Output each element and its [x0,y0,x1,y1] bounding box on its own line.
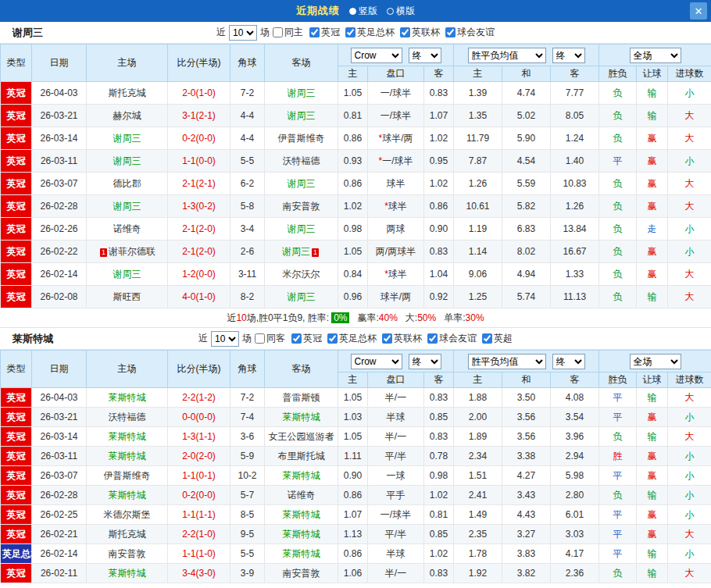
asian-away-odds: 1.04 [424,263,454,286]
league-checkbox[interactable]: 英冠 [309,26,340,39]
away-team: 谢周三 [265,286,338,308]
summary-text: 近 [227,312,236,325]
fulltime-select[interactable]: 全场 [630,354,681,369]
handicap-result-cell: 赢 [637,263,668,286]
asian-away-odds: 0.83 [424,241,454,263]
page-title: 近期战绩 [296,4,340,18]
radio-vertical-layout[interactable]: 竖版 [349,5,377,18]
checkbox[interactable] [327,333,338,344]
asian-home-odds: 0.90 [338,466,368,486]
result-cell: 胜 [599,447,637,466]
asian-away-odds: 0.83 [424,564,454,583]
handicap-result-cell: 赢 [637,150,668,173]
match-score: 2-1(2-0) [168,241,230,263]
odds-company-select[interactable]: Crow [351,354,402,369]
fulltime-select[interactable]: 全场 [630,48,681,63]
asian-home-odds: 0.86 [338,544,368,564]
league-type-badge: 英冠 [1,127,32,150]
euro-draw-odds: 3.56 [502,408,551,427]
result-cell: 负 [599,564,637,583]
subcol-goals: 进球数 [668,372,711,388]
away-team: 莱斯特城 [265,466,338,486]
odds-company-select[interactable]: Crow [351,48,402,63]
away-team: 南安普敦 [265,195,338,218]
asian-handicap: 一/球半 [368,505,424,525]
radio-horizontal-label: 横版 [396,5,415,18]
checkbox[interactable] [255,333,265,344]
goals-result-cell: 大 [668,388,711,408]
handicap-result-cell: 输 [637,564,668,583]
asian-home-odds: 1.05 [338,241,368,263]
match-score: 2-1(2-0) [168,218,230,241]
col-header-home: 主场 [87,351,168,388]
checkbox[interactable] [482,333,492,344]
euro-final-select[interactable]: 终 [552,48,585,63]
red-card-icon: 1 [100,248,107,257]
checkbox[interactable] [273,27,283,37]
handicap-result-cell: 赢 [637,466,668,486]
match-date: 26-02-08 [32,286,87,308]
match-score: 0-2(0-0) [168,486,230,505]
home-team: 谢周三 [87,127,168,150]
league-checkbox[interactable]: 球会友谊 [427,332,477,345]
recent-matches-table-2: 类型 日期 主场 比分(半场) 角球 客场 Crow 终 胜平负均值 终 全场 [0,350,711,583]
euro-avg-select[interactable]: 胜平负均值 [468,48,546,63]
section-2-filter-bar: 莱斯特城 近 10 场 同客 英冠 英足总杯 [0,328,711,350]
league-label: 英足总杯 [357,26,395,39]
euro-draw-odds: 5.74 [502,286,551,308]
asian-handicap: 一球 [368,466,424,486]
recent-count-select[interactable]: 10 [211,331,239,347]
league-checkbox[interactable]: 球会友谊 [445,26,495,39]
close-icon[interactable]: ✕ [690,2,707,20]
asian-final-select[interactable]: 终 [409,48,441,63]
match-row: 英冠 26-03-14 莱斯特城 1-3(1-1) 3-6 女王公园巡游者 1.… [1,427,711,447]
recent-count-select[interactable]: 10 [229,25,257,41]
asian-home-odds: 0.86 [338,173,368,195]
away-team: 莱斯特城 [265,544,338,564]
subcol-away-odds: 客 [424,66,454,82]
league-checkbox[interactable]: 英冠 [291,332,322,345]
match-row: 英冠 26-02-28 谢周三 1-3(0-2) 5-8 南安普敦 1.02 *… [1,195,711,218]
goals-result-cell: 小 [668,544,711,564]
checkbox[interactable] [427,333,438,344]
same-venue-checkbox[interactable]: 同客 [255,332,285,345]
handicap-result-cell: 输 [637,286,668,308]
league-checkbox[interactable]: 英联杯 [400,26,440,39]
euro-away-odds: 4.17 [551,544,599,564]
euro-avg-select[interactable]: 胜平负均值 [468,354,546,369]
checkbox[interactable] [445,27,456,37]
euro-final-select[interactable]: 终 [552,354,585,369]
checkbox[interactable] [400,27,410,37]
euro-home-odds: 1.88 [454,388,502,408]
result-cell: 负 [599,241,637,263]
euro-home-odds: 1.25 [454,286,502,308]
checkbox[interactable] [345,27,356,37]
col-header-type: 类型 [1,45,32,82]
checkbox[interactable] [309,27,320,37]
radio-horizontal-layout[interactable]: 横版 [387,5,415,18]
handicap-result-cell: 输 [637,544,668,564]
euro-away-odds: 7.77 [551,82,599,105]
euro-home-odds: 1.26 [454,173,502,195]
league-checkbox[interactable]: 英足总杯 [345,26,395,39]
league-type-badge: 英冠 [1,447,32,466]
league-type-badge: 英冠 [1,195,32,218]
asian-final-select[interactable]: 终 [409,354,441,369]
league-checkbox[interactable]: 英足总杯 [327,332,377,345]
euro-away-odds: 16.67 [551,241,599,263]
euro-home-odds: 7.87 [454,150,502,173]
league-checkbox[interactable]: 英联杯 [382,332,422,345]
asian-handicap: *球半 [368,263,424,286]
asian-handicap: 两/两球半 [368,241,424,263]
match-row: 英冠 26-03-11 莱斯特城 2-0(2-0) 5-9 布里斯托城 1.11… [1,447,711,466]
handicap-result-cell: 输 [637,388,668,408]
asian-home-odds: 1.11 [338,447,368,466]
league-checkbox[interactable]: 英超 [482,332,513,345]
asian-away-odds: 1.02 [424,127,454,150]
checkbox[interactable] [382,333,392,344]
checkbox[interactable] [291,333,302,344]
match-row: 英冠 26-02-28 莱斯特城 0-2(0-0) 5-7 诺维奇 0.86 平… [1,486,711,505]
filters: 近 10 场 同客 英冠 英足总杯 英联杯 [198,331,513,347]
home-team: 伊普斯维奇 [87,466,168,486]
same-venue-checkbox[interactable]: 同主 [273,26,303,39]
